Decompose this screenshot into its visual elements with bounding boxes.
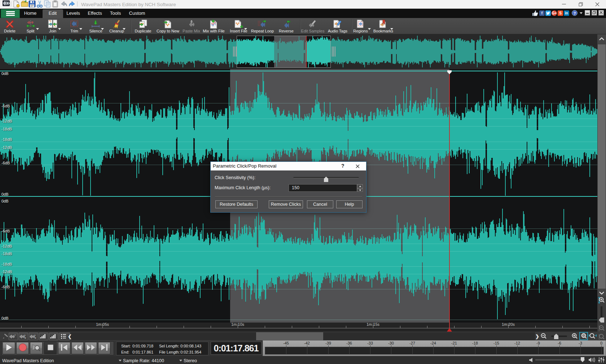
svg-text:L: L [35, 334, 36, 336]
svg-text:R: R [25, 337, 26, 339]
svg-text:R: R [35, 337, 36, 339]
svg-text:+: + [14, 334, 16, 336]
svg-text:L: L [25, 334, 26, 336]
